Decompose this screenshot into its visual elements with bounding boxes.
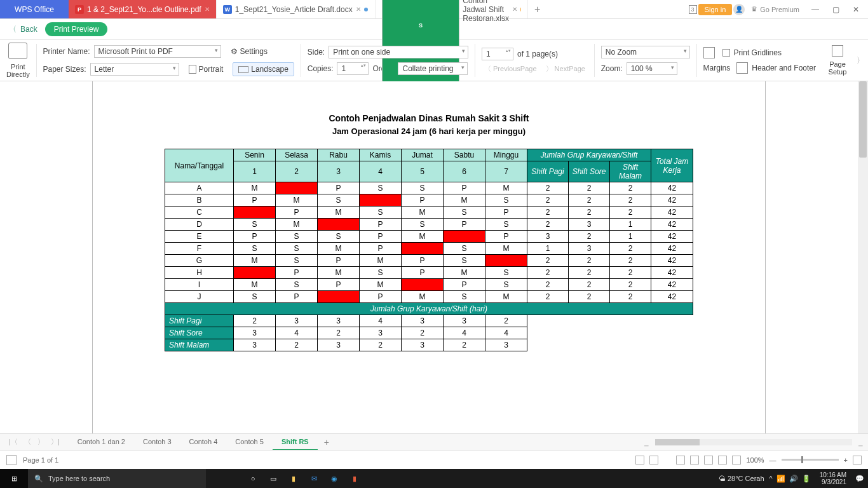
tab-label: 1 & 2_Sept21_Yo...cle Outline.pdf — [87, 5, 201, 14]
view-settings-icon[interactable] — [732, 456, 741, 464]
tab-label: Contoh Jadwal Shift Restoran.xlsx — [463, 0, 509, 23]
doc-count-badge[interactable]: 3 — [689, 5, 697, 14]
maximize-button[interactable]: ▢ — [826, 0, 845, 19]
table-row: IMSPMPS22242 — [165, 279, 693, 291]
settings-button[interactable]: ⚙Settings — [225, 44, 273, 58]
sheet-tab[interactable]: Contoh 4 — [180, 434, 227, 451]
col-header-day: Jumat — [402, 149, 444, 161]
battery-icon[interactable]: 🔋 — [802, 475, 811, 483]
zoom-in-button[interactable]: + — [844, 456, 848, 464]
status-icon[interactable] — [6, 455, 17, 465]
table-row: AMPSSPM22242 — [165, 182, 693, 194]
weather-widget[interactable]: 🌤 28°C Cerah — [719, 475, 764, 482]
fullscreen-icon[interactable] — [853, 456, 862, 464]
tray-chevron-icon[interactable]: ^ — [770, 475, 773, 482]
wifi-icon[interactable]: 📶 — [776, 475, 785, 483]
col-header-shift-group: Jumlah Grup Karyawan/Shift — [527, 149, 651, 161]
view-reader-icon[interactable] — [718, 456, 727, 464]
view-grid-icon[interactable] — [690, 456, 699, 464]
sheet-nav-last[interactable]: 〉| — [51, 437, 60, 447]
col-header-daynum: 6 — [444, 161, 485, 182]
scrollbar-thumb[interactable] — [859, 81, 867, 158]
view-icon[interactable] — [635, 456, 644, 464]
paper-size-select[interactable]: Letter — [90, 63, 179, 76]
sheet-tab[interactable]: Contoh 3 — [134, 434, 180, 451]
page-number-input[interactable]: 1 — [482, 48, 513, 60]
view-normal-icon[interactable] — [676, 456, 685, 464]
split-icon[interactable]: ⎯ — [858, 438, 863, 446]
unsaved-dot-icon — [520, 8, 521, 11]
landscape-icon — [238, 66, 248, 73]
horizontal-scrollbar[interactable] — [655, 439, 852, 445]
margins-button[interactable]: Margins — [703, 64, 731, 72]
zoom-value-select[interactable]: 100 % — [627, 62, 677, 75]
gridlines-label: Print Gridlines — [734, 48, 782, 57]
landscape-button[interactable]: Landscape — [233, 62, 294, 76]
sheet-nav-first[interactable]: |〈 — [9, 437, 18, 447]
ribbon-overflow[interactable]: 〉 — [853, 40, 868, 81]
gridlines-checkbox[interactable] — [722, 49, 730, 57]
sheet-tab[interactable]: Contoh 1 dan 2 — [69, 434, 134, 451]
printer-select[interactable]: Microsoft Print to PDF — [94, 45, 221, 58]
windows-taskbar: ⊞ 🔍 Type here to search ○ ▭ ▮ ✉ ◉ ▮ 🌤 28… — [0, 469, 868, 488]
zoom-slider[interactable] — [782, 459, 839, 461]
view-page-icon[interactable] — [704, 456, 713, 464]
page-setup-button[interactable]: Page Setup — [822, 40, 853, 81]
clock[interactable]: 10:16 AM 9/3/2021 — [816, 471, 850, 485]
taskbar-search[interactable]: 🔍 Type here to search — [28, 469, 206, 488]
avatar-icon[interactable]: 👤 — [733, 4, 745, 15]
add-sheet-button[interactable]: + — [318, 437, 336, 447]
titlebar: WPS Office P 1 & 2_Sept21_Yo...cle Outli… — [0, 0, 868, 19]
order-select[interactable]: Collate printing — [398, 62, 468, 75]
sheet-nav-prev[interactable]: 〈 — [24, 437, 31, 447]
zoom-preset-select[interactable]: No Zoom — [601, 46, 690, 58]
scrollbar-thumb[interactable] — [655, 439, 700, 445]
split-icon[interactable]: ⎯ — [644, 438, 649, 446]
previous-page-button[interactable]: 〈 PreviousPage — [482, 64, 539, 74]
cortana-icon[interactable]: ○ — [244, 470, 262, 487]
copies-spinner[interactable]: 1 — [337, 62, 369, 75]
unsaved-dot-icon — [364, 8, 368, 11]
close-button[interactable]: ✕ — [846, 0, 865, 19]
start-button[interactable]: ⊞ — [0, 469, 28, 488]
taskview-icon[interactable]: ▭ — [264, 470, 282, 487]
side-select[interactable]: Print on one side — [329, 46, 468, 58]
explorer-icon[interactable]: ▮ — [285, 470, 302, 487]
vertical-scrollbar[interactable] — [858, 81, 868, 433]
crown-icon: ♛ — [751, 5, 757, 13]
minimize-button[interactable]: — — [806, 0, 825, 19]
close-icon[interactable]: ✕ — [205, 6, 210, 13]
page-setup-icon — [832, 45, 843, 57]
zoom-out-button[interactable]: — — [770, 456, 776, 464]
document-tab-pdf[interactable]: P 1 & 2_Sept21_Yo...cle Outline.pdf ✕ — [69, 0, 217, 18]
header-footer-button[interactable]: Header and Footer — [752, 64, 816, 72]
view-icon[interactable] — [649, 456, 658, 464]
edge-icon[interactable]: ◉ — [325, 470, 343, 487]
copies-label: Copies: — [308, 64, 334, 73]
print-directly-button[interactable]: Print Directly — [0, 40, 36, 81]
close-icon[interactable]: ✕ — [356, 6, 361, 13]
sheet-tab[interactable]: Shift RS — [273, 434, 318, 451]
summary-row: Shift Pagi2334332 — [165, 315, 693, 327]
next-page-button[interactable]: 〉 NextPage — [543, 64, 588, 74]
close-icon[interactable]: ✕ — [512, 6, 517, 13]
sheet-tab[interactable]: Contoh 5 — [226, 434, 273, 451]
new-tab-button[interactable]: + — [528, 0, 547, 18]
signin-button[interactable]: Sign in — [698, 4, 733, 15]
app-icon[interactable]: ▮ — [346, 470, 363, 487]
document-tab-sheet[interactable]: S Contoh Jadwal Shift Restoran.xlsx ✕ — [376, 0, 528, 18]
sheet-nav-next[interactable]: 〉 — [37, 437, 44, 447]
col-header-day: Senin — [234, 149, 276, 161]
back-button[interactable]: 〈Back — [9, 24, 37, 35]
go-premium-button[interactable]: ♛Go Premium — [746, 3, 804, 16]
status-bar: Page 1 of 1 100% — + — [0, 450, 868, 469]
table-row: DSMPSPS23142 — [165, 219, 693, 231]
print-preview-label[interactable]: Print Preview — [45, 22, 108, 36]
notifications-icon[interactable]: 💬 — [855, 475, 864, 483]
portrait-button[interactable]: Portrait — [183, 62, 229, 76]
volume-icon[interactable]: 🔊 — [789, 475, 798, 483]
col-header-daynum: 1 — [234, 161, 276, 182]
mail-icon[interactable]: ✉ — [305, 470, 323, 487]
chevron-left-icon: 〈 — [9, 24, 17, 35]
document-tab-word[interactable]: W 1_Sept21_Yosie_Article Draft.docx ✕ — [217, 0, 376, 18]
